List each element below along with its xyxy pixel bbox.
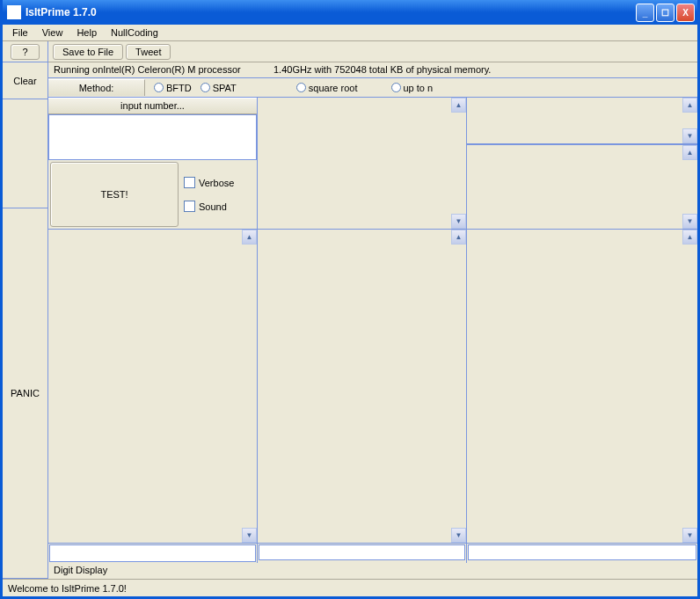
panic-button[interactable]: PANIC xyxy=(11,388,40,398)
output-pane-2a: ▲▼ xyxy=(467,98,697,143)
menu-nullcoding[interactable]: NullCoding xyxy=(105,26,164,40)
scrollbar[interactable]: ▲▼ xyxy=(451,230,466,543)
menubar: File View Help NullCoding xyxy=(3,25,697,41)
verbose-checkbox[interactable]: Verbose xyxy=(184,177,257,188)
scrollbar[interactable]: ▲▼ xyxy=(242,230,257,543)
processor-info: Running onIntel(R) Celeron(R) M processo… xyxy=(54,64,273,76)
number-input[interactable] xyxy=(48,114,257,160)
radio-spat[interactable]: SPAT xyxy=(197,83,240,93)
menu-help[interactable]: Help xyxy=(70,26,103,40)
scrollbar[interactable]: ▲▼ xyxy=(682,98,697,143)
titlebar: IsItPrime 1.7.0 _ ☐ X xyxy=(3,0,697,25)
sidebar-spacer xyxy=(3,99,47,208)
minimize-button[interactable]: _ xyxy=(636,4,654,22)
radio-up-to-n[interactable]: up to n xyxy=(388,83,437,93)
input-number-label: input number... xyxy=(48,98,257,114)
output-pane-2b: ▲▼ xyxy=(467,145,697,229)
radio-square-root[interactable]: square root xyxy=(293,83,361,93)
tweet-button[interactable]: Tweet xyxy=(126,44,171,60)
toolbar: Save to File Tweet xyxy=(48,41,697,62)
method-row: Method: BFTD SPAT square root up to n xyxy=(48,78,697,98)
bottom-input-3[interactable] xyxy=(468,544,696,560)
system-status: Running onIntel(R) Celeron(R) M processo… xyxy=(48,62,697,78)
sidebar: ? Clear PANIC xyxy=(3,41,48,579)
menu-view[interactable]: View xyxy=(36,26,69,40)
method-label: Method: xyxy=(48,79,145,96)
output-pane-4: ▲▼ xyxy=(258,230,466,543)
memory-info: 1.40GHz with 752048 total KB of physical… xyxy=(273,64,491,76)
output-pane-5: ▲▼ xyxy=(467,230,697,543)
test-button[interactable]: TEST! xyxy=(50,162,179,227)
close-button[interactable]: X xyxy=(676,4,695,22)
statusbar-text: Welcome to IsItPrime 1.7.0! xyxy=(8,583,127,594)
scrollbar[interactable]: ▲▼ xyxy=(682,230,697,543)
window-title: IsItPrime 1.7.0 xyxy=(26,6,636,18)
scrollbar[interactable]: ▲▼ xyxy=(451,98,466,229)
output-pane-3: ▲▼ xyxy=(48,230,257,543)
sound-checkbox[interactable]: Sound xyxy=(184,201,257,212)
app-icon xyxy=(7,5,21,19)
menu-file[interactable]: File xyxy=(6,26,34,40)
save-button[interactable]: Save to File xyxy=(53,44,123,60)
maximize-button[interactable]: ☐ xyxy=(656,4,674,22)
bottom-input-1[interactable] xyxy=(49,544,256,562)
scrollbar[interactable]: ▲▼ xyxy=(682,145,697,229)
help-button[interactable]: ? xyxy=(11,44,39,60)
output-pane-1: ▲▼ xyxy=(258,98,466,229)
digit-display-label: Digit Display xyxy=(48,563,697,579)
statusbar: Welcome to IsItPrime 1.7.0! xyxy=(3,579,697,596)
radio-bftd[interactable]: BFTD xyxy=(150,83,195,93)
clear-button[interactable]: Clear xyxy=(13,76,36,86)
bottom-input-2[interactable] xyxy=(259,544,465,560)
